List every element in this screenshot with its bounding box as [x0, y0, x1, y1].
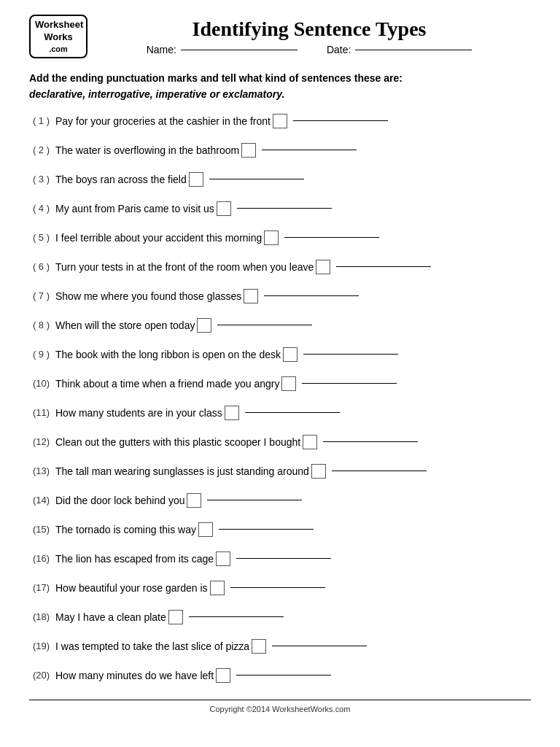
answer-line [189, 616, 284, 617]
sentence-text: My aunt from Paris came to visit us [55, 203, 214, 214]
punct-box[interactable] [252, 639, 266, 654]
sentence-row: How beautiful your rose garden is [55, 581, 325, 595]
sentence-row: The book with the long ribbon is open on… [55, 347, 398, 362]
list-item: ( 4 ) My aunt from Paris came to visit u… [29, 198, 531, 220]
sentence-num: (17) [29, 582, 55, 593]
answer-line [209, 179, 304, 179]
sentence-text: How beautiful your rose garden is [55, 582, 208, 594]
answer-line [207, 500, 302, 500]
sentence-num: ( 8 ) [29, 320, 55, 330]
answer-line [332, 471, 427, 471]
punct-box[interactable] [244, 289, 258, 303]
list-item: (15) The tornado is coming this way [29, 519, 531, 541]
date-field: Date: [327, 44, 472, 55]
list-item: ( 2 ) The water is overflowing in the ba… [29, 139, 531, 161]
name-date-row: Name: Date: [88, 44, 531, 55]
sentence-row: Think about a time when a friend made yo… [55, 376, 397, 391]
name-field: Name: [147, 44, 298, 55]
punct-box[interactable] [189, 172, 203, 187]
answer-line [236, 558, 331, 559]
punct-box[interactable] [168, 610, 183, 624]
sentence-text: Did the door lock behind you [55, 495, 184, 506]
answer-line [336, 266, 431, 267]
sentence-text: I feel terrible about your accident this… [55, 232, 262, 244]
list-item: (10) Think about a time when a friend ma… [29, 373, 531, 395]
logo-line1: Worksheet [35, 19, 82, 31]
answer-line [272, 646, 367, 646]
logo: Worksheet Works .com [29, 15, 88, 58]
answer-line [293, 120, 388, 121]
list-item: (12) Clean out the gutters with this pla… [29, 431, 531, 453]
list-item: ( 9 ) The book with the long ribbon is o… [29, 344, 531, 365]
list-item: ( 8 ) When will the store open today [29, 314, 531, 336]
list-item: (20) How many minutes do we have left [29, 665, 531, 686]
instructions-line1: Add the ending punctuation marks and tel… [29, 72, 402, 84]
sentence-num: (18) [29, 611, 55, 622]
punct-box[interactable] [210, 581, 225, 595]
punct-box[interactable] [264, 231, 279, 245]
list-item: ( 1 ) Pay for your groceries at the cash… [29, 110, 531, 132]
sentence-text: How many students are in your class [55, 407, 222, 419]
sentence-row: Clean out the gutters with this plastic … [55, 435, 418, 449]
copyright: Copyright ©2014 WorksheetWorks.com [210, 705, 351, 713]
sentence-text: The boys ran across the field [55, 174, 187, 185]
sentence-row: Turn your tests in at the front of the r… [55, 260, 431, 274]
sentence-text: Think about a time when a friend made yo… [55, 378, 279, 390]
sentence-num: (11) [29, 407, 55, 418]
punct-box[interactable] [303, 435, 317, 449]
sentence-row: The tornado is coming this way [55, 522, 314, 537]
sentence-num: ( 6 ) [29, 261, 55, 272]
punct-box[interactable] [281, 376, 296, 391]
list-item: ( 5 ) I feel terrible about your acciden… [29, 227, 531, 249]
list-item: ( 6 ) Turn your tests in at the front of… [29, 256, 531, 278]
name-line [181, 50, 298, 50]
list-item: (16) The lion has escaped from its cage [29, 548, 531, 570]
sentence-num: (12) [29, 436, 55, 447]
sentence-num: (10) [29, 378, 55, 389]
answer-line [237, 208, 332, 209]
punct-box[interactable] [311, 464, 326, 479]
list-item: (14) Did the door lock behind you [29, 489, 531, 511]
punct-box[interactable] [216, 551, 230, 566]
sentence-row: The water is overflowing in the bathroom [55, 143, 357, 158]
punct-box[interactable] [197, 318, 211, 333]
punct-box[interactable] [225, 406, 239, 420]
answer-line [262, 150, 357, 150]
sentence-row: My aunt from Paris came to visit us [55, 201, 332, 216]
list-item: (13) The tall man wearing sunglasses is … [29, 460, 531, 482]
sentence-text: The book with the long ribbon is open on… [55, 349, 281, 360]
list-item: ( 3 ) The boys ran across the field [29, 169, 531, 190]
list-item: (19) I was tempted to take the last slic… [29, 635, 531, 657]
punct-box[interactable] [198, 522, 213, 537]
punct-box[interactable] [241, 143, 256, 158]
punct-box[interactable] [187, 493, 201, 508]
sentence-row: How many minutes do we have left [55, 668, 331, 683]
sentence-num: ( 3 ) [29, 174, 55, 185]
punct-box[interactable] [216, 668, 230, 683]
punct-box[interactable] [217, 201, 231, 216]
instructions: Add the ending punctuation marks and tel… [29, 70, 531, 103]
answer-line [230, 587, 325, 588]
punct-box[interactable] [273, 114, 287, 128]
punct-box[interactable] [283, 347, 298, 362]
instructions-line2: declarative, interrogative, imperative o… [29, 88, 284, 100]
sentence-num: ( 2 ) [29, 144, 55, 155]
sentence-num: ( 4 ) [29, 203, 55, 214]
title-block: Identifying Sentence Types Name: Date: [88, 18, 531, 55]
answer-line [217, 325, 312, 325]
sentences-list: ( 1 ) Pay for your groceries at the cash… [29, 110, 531, 686]
sentence-row: When will the store open today [55, 318, 312, 333]
sentence-num: (14) [29, 495, 55, 506]
sentence-text: Pay for your groceries at the cashier in… [55, 115, 271, 127]
sentence-num: (20) [29, 670, 55, 681]
sentence-num: (13) [29, 465, 55, 476]
logo-line2: Works [35, 31, 82, 44]
sentence-row: May I have a clean plate [55, 610, 284, 624]
sentence-row: Show me where you found those glasses [55, 289, 359, 303]
answer-line [236, 675, 331, 676]
punct-box[interactable] [316, 260, 330, 274]
sentence-text: The lion has escaped from its cage [55, 553, 214, 565]
sentence-text: Clean out the gutters with this plastic … [55, 436, 300, 448]
answer-line [264, 295, 359, 296]
page-header: Worksheet Works .com Identifying Sentenc… [29, 15, 531, 58]
